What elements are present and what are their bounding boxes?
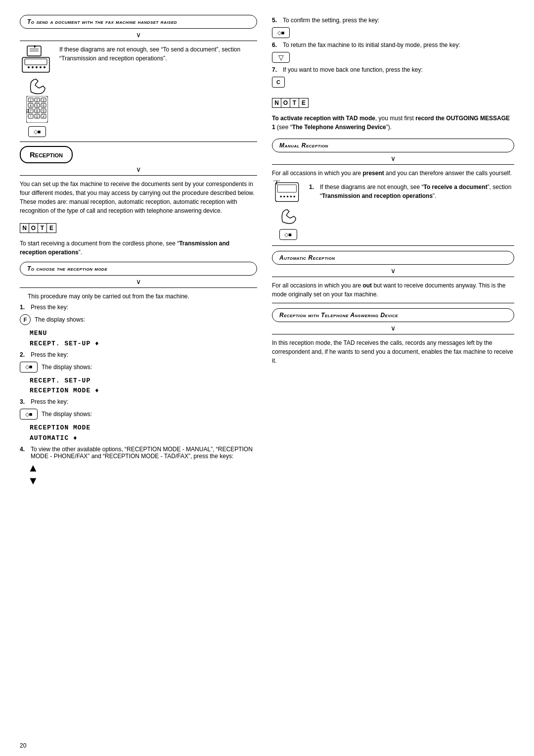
stop-button-icon: ▽	[272, 52, 290, 63]
reception-title: Reception	[20, 146, 73, 163]
step4-keys: ▲ ▼	[28, 462, 257, 488]
start-button-2-icon: ◇■	[20, 362, 38, 373]
reception-note-box: N O T E	[20, 223, 56, 233]
out-bold: out	[362, 282, 372, 289]
f-button-icon: F	[20, 314, 31, 325]
note-t: T	[38, 224, 47, 233]
reception-header-arrow: ∨	[20, 165, 257, 173]
down-arrow-icon: ▼	[28, 474, 39, 487]
manual-reception-arrow: ∨	[272, 154, 514, 162]
manual-diagram: ◇■ 1. If these diagrams are not enough, …	[272, 181, 514, 241]
svg-text:4: 4	[30, 104, 32, 107]
svg-point-8	[36, 66, 38, 68]
svg-point-9	[40, 66, 42, 68]
svg-text:1: 1	[30, 98, 32, 102]
automatic-reception-box: Automatic Reception	[272, 251, 514, 265]
display2-line1: RECEPT. SET-UP	[30, 376, 257, 386]
tad-bold3: The Telephone Answering Device	[292, 124, 386, 131]
choose-reception-intro: This procedure may only be carried out f…	[28, 292, 257, 301]
right-note-text: To activate reception with TAD mode, you…	[272, 114, 514, 132]
manual-reception-title: Manual Reception	[279, 142, 328, 149]
transmission-ops-bold: Transmission and reception operations	[322, 192, 433, 199]
page-number: 20	[20, 742, 26, 749]
display1-label: The display shows:	[35, 316, 85, 323]
receive-doc-bold: To receive a document	[423, 184, 487, 190]
right-note-container: N O T E	[272, 94, 514, 112]
svg-point-10	[44, 66, 45, 68]
keypad-icon: 1 2 3 4 5 6 7	[26, 96, 48, 123]
step1-num: 1.	[20, 304, 28, 311]
svg-text:9: 9	[43, 109, 44, 113]
rnote-t: T	[290, 98, 299, 107]
step3-text: Press the key:	[31, 398, 68, 405]
svg-text:8: 8	[36, 109, 38, 113]
reception-note-text: To start receiving a document from the c…	[20, 239, 257, 257]
fax-machine-icon	[20, 45, 54, 77]
svg-point-42	[287, 195, 288, 197]
start-btn2-row: ◇■ The display shows:	[20, 407, 257, 421]
display2: RECEPT. SET-UP RECEPTION MODE ♦	[30, 376, 257, 397]
step7-btn: C	[272, 75, 514, 89]
display3-line2: AUTOMATIC ♦	[30, 433, 257, 444]
manual-reception-section: Manual Reception ∨	[272, 139, 514, 165]
start-btn-label: ◇■	[34, 129, 41, 135]
step3-num: 3.	[20, 398, 28, 405]
automatic-reception-title: Automatic Reception	[279, 254, 335, 261]
right-step7: 7. If you want to move back one function…	[272, 66, 514, 73]
step7-num: 7.	[272, 66, 280, 73]
automatic-reception-section: Automatic Reception ∨	[272, 251, 514, 277]
rnote-o: O	[281, 98, 290, 107]
svg-point-40	[280, 195, 281, 197]
display3-label: The display shows:	[42, 411, 92, 418]
note-e: E	[47, 224, 56, 233]
send-doc-section: To send a document with the fax machine …	[20, 15, 257, 41]
svg-text:7: 7	[30, 109, 32, 113]
svg-point-44	[294, 195, 295, 197]
display2-label: The display shows:	[42, 364, 92, 371]
choose-reception-section: To choose the reception mode ∨	[20, 262, 257, 288]
right-note-box: N O T E	[272, 98, 309, 108]
svg-marker-3	[34, 45, 36, 48]
step2-num: 2.	[20, 351, 28, 358]
manual-step1-body: If these diagrams are not enough, see “T…	[320, 183, 514, 200]
f-btn-label: F	[24, 317, 27, 323]
present-bold: present	[362, 170, 384, 177]
manual-step1-num: 1.	[309, 183, 317, 191]
manual-step1-row: 1. If these diagrams are not enough, see…	[309, 183, 514, 200]
tad-reception-arrow: ∨	[272, 324, 514, 332]
automatic-reception-body: For all occasions in which you are out b…	[272, 281, 514, 299]
tad-bold1: To activate reception with TAD mode	[272, 115, 375, 122]
reception-body: You can set up the fax machine to receiv…	[20, 180, 257, 215]
svg-point-7	[32, 66, 34, 68]
display1: MENU RECEPT. SET-UP ♦	[30, 329, 257, 349]
svg-text:0: 0	[36, 115, 38, 118]
svg-rect-5	[25, 59, 47, 65]
c-btn-label: C	[276, 79, 280, 85]
svg-text:#: #	[43, 115, 44, 118]
svg-text:5: 5	[36, 104, 38, 107]
choose-step3: 3. Press the key:	[20, 398, 257, 405]
svg-text:n: n	[27, 110, 28, 113]
manual-reception-body: For all occasions in which you are prese…	[272, 169, 514, 178]
manual-step1-text: 1. If these diagrams are not enough, see…	[309, 181, 514, 202]
c-button-icon: C	[272, 77, 285, 88]
svg-point-43	[290, 195, 292, 197]
reception-section-header: Reception ∨	[20, 146, 257, 176]
manual-phone-icon	[279, 208, 298, 226]
step7-text: If you want to move back one function, p…	[283, 66, 423, 73]
manual-start-btn: ◇■	[279, 229, 297, 240]
svg-text:6: 6	[43, 104, 44, 107]
choose-reception-title: To choose the reception mode	[27, 265, 107, 272]
svg-point-41	[283, 195, 285, 197]
step1-text: Press the key:	[31, 304, 68, 311]
right-step6: 6. To return the fax machine to its init…	[272, 42, 514, 48]
up-arrow-icon: ▲	[28, 462, 39, 474]
send-doc-title: To send a document with the fax machine …	[27, 18, 177, 25]
reception-note-container: N O T E	[20, 219, 257, 237]
start-button-icon: ◇■	[28, 126, 46, 137]
right-step5: 5. To confirm the setting, press the key…	[272, 17, 514, 24]
manual-diagram-icons: ◇■	[272, 181, 304, 241]
choose-step1: 1. Press the key:	[20, 304, 257, 311]
rnote-n: N	[272, 98, 281, 107]
send-doc-diagram: 1 2 3 4 5 6 7	[20, 45, 257, 139]
